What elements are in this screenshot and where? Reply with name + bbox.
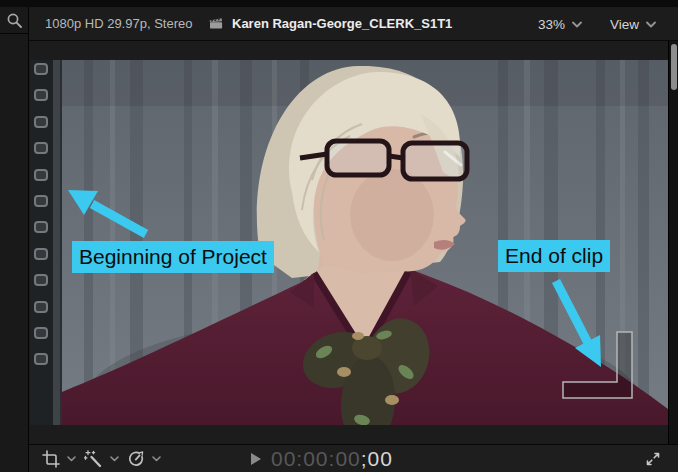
crop-tool-button[interactable]: [42, 445, 76, 472]
sprocket-hole: [34, 169, 48, 181]
viewer-top-bar: 1080p HD 29.97p, Stereo Karen Ragan-Geor…: [0, 7, 678, 41]
viewer-bottom-bar: 00:00:00;00: [0, 444, 678, 472]
sprocket-hole: [34, 353, 48, 365]
search-icon[interactable]: [6, 12, 23, 29]
sprocket-hole: [34, 248, 48, 260]
timecode-frames: ;00: [361, 447, 393, 470]
beginning-of-project-label: Beginning of Project: [72, 241, 274, 273]
chevron-down-icon: [152, 456, 161, 462]
sprocket-hole: [34, 142, 48, 154]
chevron-down-icon: [572, 21, 582, 28]
sprocket-hole: [34, 195, 48, 207]
sprocket-hole: [34, 327, 48, 339]
chevron-down-icon: [110, 456, 119, 462]
timecode-hms: 00:00:00: [271, 447, 361, 470]
retime-gauge-icon: [127, 450, 145, 468]
sprocket-hole: [34, 221, 48, 233]
rail-divider: [0, 33, 28, 34]
timecode-display[interactable]: 00:00:00;00: [271, 445, 393, 472]
format-info: 1080p HD 29.97p, Stereo: [45, 7, 192, 41]
sprocket-hole: [34, 89, 48, 101]
enhance-tool-button[interactable]: [84, 445, 119, 472]
view-dropdown[interactable]: View: [610, 7, 656, 41]
chevron-down-icon: [646, 21, 656, 28]
retime-tool-button[interactable]: [127, 445, 161, 472]
filmstrip-holes: [30, 60, 62, 425]
sprocket-hole: [34, 274, 48, 286]
view-label: View: [610, 17, 639, 32]
scrollbar-thumb[interactable]: [671, 44, 677, 90]
chevron-down-icon: [67, 456, 76, 462]
sprocket-hole: [34, 116, 48, 128]
viewer-window: 1080p HD 29.97p, Stereo Karen Ragan-Geor…: [0, 0, 678, 472]
left-rail: [0, 7, 29, 472]
zoom-level-value: 33%: [538, 17, 565, 32]
clip-title: Karen Ragan-George_CLERK_S1T1: [232, 7, 452, 41]
play-icon[interactable]: [250, 452, 262, 466]
sprocket-hole: [34, 63, 48, 75]
zoom-level-dropdown[interactable]: 33%: [538, 7, 582, 41]
expand-icon[interactable]: [645, 451, 661, 467]
end-of-clip-label: End of clip: [498, 240, 610, 272]
vertical-scrollbar: [668, 41, 678, 444]
magic-wand-icon: [84, 450, 103, 468]
sprocket-hole: [34, 301, 48, 313]
clapperboard-icon: [208, 17, 224, 30]
crop-icon: [42, 450, 60, 468]
